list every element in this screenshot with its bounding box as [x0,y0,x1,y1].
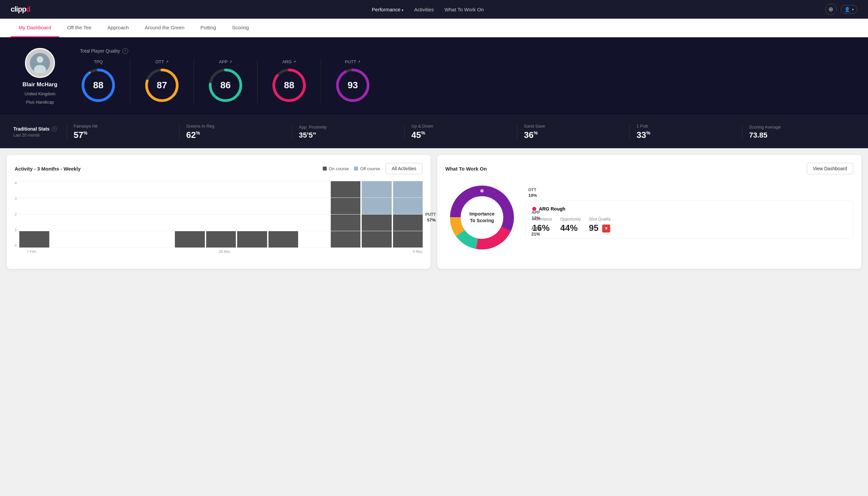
ott-arrow-icon: ↗ [165,60,169,64]
ring-ott: 87 [144,67,180,104]
stat-up-down-value: 45% [411,130,510,140]
logo[interactable]: clippd [11,5,30,14]
user-menu-button[interactable]: 👤 ▾ [841,5,857,14]
tab-scoring[interactable]: Scoring [224,19,257,37]
nav-links: Performance ▾ Activities What To Work On [372,7,484,12]
nav-right: ⊕ 👤 ▾ [825,4,857,15]
trad-help-icon[interactable]: ? [52,126,57,131]
grid-0 [19,248,423,248]
x-label-feb: 7 Feb [27,249,36,253]
grid-3 [19,198,423,198]
chart-grid [19,181,423,248]
chart-controls: On course Off course All Activities [323,163,423,174]
tab-approach[interactable]: Approach [99,19,137,37]
wtwo-header: What To Work On View Dashboard [445,163,853,174]
stat-sand-label: Sand Save [524,124,623,128]
app-arrow-icon: ↗ [229,60,232,64]
shot-quality-label: Shot Quality [589,217,611,221]
ring-app: 86 [207,67,244,104]
on-course-dot [323,167,327,171]
bar-on-6 [175,231,205,248]
chart-body: 4 3 2 1 0 [15,181,423,248]
stat-greens-label: Greens In Reg [186,124,285,128]
shot-quality-col: Shot Quality 95 ▼ [589,217,611,233]
arg-info-row: Importance 16% Opportunity 44% Shot Qual… [532,217,846,233]
all-activities-button[interactable]: All Activities [385,163,423,174]
top-nav: clippd Performance ▾ Activities What To … [0,0,868,19]
player-info: Blair McHarg United Kingdom Plus Handica… [13,48,67,105]
score-app: APP ↗ 86 [194,59,257,104]
chevron-down-icon: ▾ [852,7,854,11]
player-handicap: Plus Handicap [26,99,54,105]
wtwo-title: What To Work On [445,166,487,172]
legend-off-course: Off course [354,166,380,171]
bar-on-7 [206,231,236,248]
down-badge: ▼ [602,224,610,233]
ring-app-value: 86 [220,80,231,91]
tab-my-dashboard[interactable]: My Dashboard [11,19,59,37]
arg-rough-name: ARG Rough [539,206,565,212]
logo-text: clipp [11,5,26,13]
trad-stats-subtitle: Last 20 rounds [13,133,67,138]
shot-quality-value: 95 ▼ [589,223,611,233]
add-button[interactable]: ⊕ [825,4,837,15]
bar-on-1 [19,231,49,248]
logo-suffix: d [26,5,30,13]
tab-around-the-green[interactable]: Around the Green [137,19,192,37]
x-label-may: 9 May [413,249,423,253]
arg-rough-title: ARG Rough [532,206,846,212]
svg-point-1 [37,56,43,63]
y-label-0: 0 [15,244,17,248]
stat-sand-value: 36% [524,130,623,140]
ring-tpq: 88 [80,67,116,104]
help-icon[interactable]: ? [122,48,128,54]
legend-off-course-label: Off course [360,166,380,171]
seg-label-putt: PUTT57% [425,212,436,223]
grid-1 [19,231,423,231]
bar-on-8 [237,231,267,248]
y-label-1: 1 [15,228,17,232]
tab-putting[interactable]: Putting [192,19,224,37]
ring-tpq-value: 88 [93,80,103,91]
trad-stats-title: Traditional Stats ? Last 20 rounds [13,126,67,138]
player-avatar [25,48,55,78]
bar-on-9 [268,231,298,248]
stat-greens-in-reg: Greens In Reg 62% [179,124,292,140]
donut-center: Importance To Scoring [469,211,494,224]
scores-row: TPQ 88 OTT ↗ [80,59,855,104]
stat-up-down-label: Up & Down [411,124,510,128]
svg-point-18 [480,189,484,192]
nav-what-to-work-on[interactable]: What To Work On [445,7,484,12]
stat-scoring-value: 73.85 [749,131,848,140]
stat-1putt-label: 1 Putt [636,124,736,128]
score-ott: OTT ↗ 87 [130,59,194,104]
tab-off-the-tee[interactable]: Off the Tee [59,19,99,37]
nav-activities[interactable]: Activities [414,7,434,12]
ring-putt: 93 [334,67,371,104]
score-arg-label: ARG ↗ [282,59,296,64]
donut-chart: Importance To Scoring PUTT57%OTT10%APP12… [445,181,519,254]
legend-on-course: On course [323,166,349,171]
stat-sand-save: Sand Save 36% [517,124,630,140]
putt-arrow-icon: ↗ [358,60,360,64]
score-putt-label: PUTT ↗ [345,59,361,64]
trad-stats-heading: Traditional Stats ? [13,126,67,131]
donut-section: Importance To Scoring PUTT57%OTT10%APP12… [445,181,853,254]
y-axis: 4 3 2 1 0 [15,181,19,248]
view-dashboard-button[interactable]: View Dashboard [807,163,853,174]
hero-section: Blair McHarg United Kingdom Plus Handica… [0,37,868,115]
bottom-panels: Activity - 3 Months - Weekly On course O… [0,148,868,276]
off-course-dot [354,167,358,171]
nav-performance[interactable]: Performance ▾ [372,7,404,12]
score-tpq: TPQ 88 [80,59,130,104]
arg-arrow-icon: ↗ [293,60,296,64]
y-label-3: 3 [15,197,17,201]
activity-chart-header: Activity - 3 Months - Weekly On course O… [15,163,423,174]
seg-label-ott: OTT10% [528,188,537,198]
plus-icon: ⊕ [828,6,833,13]
stat-fairways-value: 57% [74,130,173,140]
x-label-mar: 28 Mar [219,249,230,253]
score-putt: PUTT ↗ 93 [321,59,384,104]
stat-1putt-value: 33% [636,130,736,140]
x-axis: 7 Feb 28 Mar 9 May [15,249,423,253]
